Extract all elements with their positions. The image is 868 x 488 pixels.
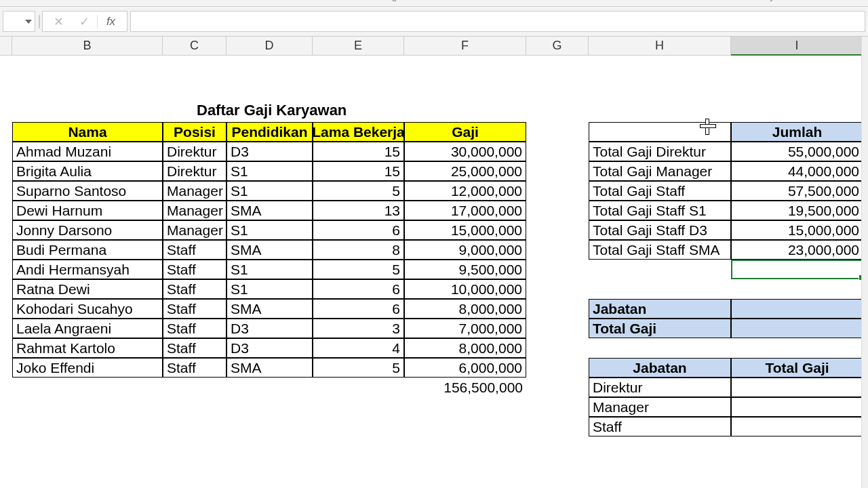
col-header-H[interactable]: H xyxy=(589,37,731,55)
cell[interactable]: 9,000,000 xyxy=(404,240,526,260)
pivot-h-jabatan[interactable]: Jabatan xyxy=(589,299,731,319)
cell[interactable]: 15,000,000 xyxy=(404,220,526,240)
cell[interactable]: 6,000,000 xyxy=(404,358,526,378)
cell[interactable]: Total Gaji Manager xyxy=(589,161,731,181)
hdr-gaji[interactable]: Gaji xyxy=(404,122,526,142)
cell[interactable]: Manager xyxy=(163,201,226,220)
cell[interactable]: 8 xyxy=(313,240,404,260)
cell[interactable]: 5 xyxy=(313,260,404,279)
cell[interactable]: 4 xyxy=(313,338,404,358)
col-header-C[interactable]: C xyxy=(163,37,226,55)
cell[interactable]: 5 xyxy=(313,181,404,201)
cancel-button[interactable]: ✕ xyxy=(45,14,71,29)
cell[interactable]: 15 xyxy=(313,142,404,161)
cell[interactable]: 6 xyxy=(313,279,404,299)
cell[interactable]: Ahmad Muzani xyxy=(12,142,163,161)
cell[interactable]: Direktur xyxy=(163,142,226,161)
cell[interactable]: Total Gaji Staff S1 xyxy=(589,201,731,220)
cell[interactable] xyxy=(731,397,863,417)
cell[interactable]: SMA xyxy=(226,240,313,260)
cell[interactable]: Brigita Aulia xyxy=(12,161,163,181)
cell[interactable]: Jonny Darsono xyxy=(12,220,163,240)
cell[interactable]: 8,000,000 xyxy=(404,338,526,358)
hdr-posisi[interactable]: Posisi xyxy=(163,122,226,142)
pv-hdr-jabatan[interactable]: Jabatan xyxy=(589,358,731,378)
cell[interactable]: Staff xyxy=(589,417,731,436)
formula-input[interactable] xyxy=(130,11,865,32)
cell[interactable]: S1 xyxy=(226,161,313,181)
cell[interactable]: Manager xyxy=(163,220,226,240)
cell[interactable]: Total Gaji Staff xyxy=(589,181,731,201)
cell[interactable]: 44,000,000 xyxy=(731,161,863,181)
sum-hdr-blank[interactable] xyxy=(589,122,731,142)
cell[interactable]: 5 xyxy=(313,358,404,378)
cell[interactable]: 6 xyxy=(313,299,404,319)
cell[interactable]: Dewi Harnum xyxy=(12,201,163,220)
col-header-G[interactable]: G xyxy=(526,37,589,55)
cell[interactable]: Manager xyxy=(589,397,731,417)
enter-button[interactable]: ✓ xyxy=(71,14,97,29)
cell[interactable]: Manager xyxy=(163,181,226,201)
name-box[interactable] xyxy=(3,11,35,32)
fx-icon[interactable]: fx xyxy=(97,15,124,28)
cell[interactable]: Staff xyxy=(163,240,226,260)
cell[interactable]: 12,000,000 xyxy=(404,181,526,201)
col-header-I[interactable]: I xyxy=(731,37,863,55)
cell[interactable]: Andi Hermansyah xyxy=(12,260,163,279)
hdr-nama[interactable]: Nama xyxy=(12,122,163,142)
col-header-F[interactable]: F xyxy=(404,37,526,55)
cell[interactable]: SMA xyxy=(226,201,313,220)
cell[interactable]: Laela Angraeni xyxy=(12,319,163,338)
cell[interactable]: S1 xyxy=(226,220,313,240)
cell[interactable]: Kohodari Sucahyo xyxy=(12,299,163,319)
total-gaji[interactable]: 156,500,000 xyxy=(404,378,526,397)
cell[interactable]: 17,000,000 xyxy=(404,201,526,220)
cell[interactable]: Direktur xyxy=(163,161,226,181)
cell[interactable]: 57,500,000 xyxy=(731,181,863,201)
col-header-B[interactable]: B xyxy=(12,37,163,55)
cell[interactable]: 15,000,000 xyxy=(731,220,863,240)
cell[interactable]: SMA xyxy=(226,299,313,319)
pivot-h-totalgaji-val[interactable] xyxy=(731,319,863,338)
cell[interactable]: S1 xyxy=(226,260,313,279)
spreadsheet-area[interactable]: B C D E F G H I Daftar Gaji Karyawan Nam… xyxy=(0,37,868,488)
cell[interactable]: 25,000,000 xyxy=(404,161,526,181)
col-header-E[interactable]: E xyxy=(313,37,404,55)
cell[interactable]: Direktur xyxy=(589,378,731,397)
cell[interactable]: S1 xyxy=(226,279,313,299)
cell[interactable]: D3 xyxy=(226,319,313,338)
pv-hdr-total[interactable]: Total Gaji xyxy=(731,358,863,378)
cell[interactable]: 13 xyxy=(313,201,404,220)
cell[interactable]: Staff xyxy=(163,260,226,279)
cell[interactable]: 30,000,000 xyxy=(404,142,526,161)
pivot-h-totalgaji[interactable]: Total Gaji xyxy=(589,319,731,338)
cell[interactable]: Rahmat Kartolo xyxy=(12,338,163,358)
cell[interactable]: Staff xyxy=(163,319,226,338)
cell[interactable]: Suparno Santoso xyxy=(12,181,163,201)
cell[interactable]: 8,000,000 xyxy=(404,299,526,319)
cell[interactable] xyxy=(731,417,863,436)
col-header-A[interactable] xyxy=(0,37,12,55)
cell[interactable]: SMA xyxy=(226,358,313,378)
cell[interactable]: Total Gaji Direktur xyxy=(589,142,731,161)
pivot-h-jabatan-val[interactable] xyxy=(731,299,863,319)
cell[interactable]: 10,000,000 xyxy=(404,279,526,299)
cell[interactable]: Budi Permana xyxy=(12,240,163,260)
cell[interactable]: Staff xyxy=(163,358,226,378)
vertical-scrollbar[interactable] xyxy=(861,37,868,488)
cell[interactable]: 55,000,000 xyxy=(731,142,863,161)
cell[interactable]: 3 xyxy=(313,319,404,338)
cell[interactable] xyxy=(731,378,863,397)
cell[interactable]: Total Gaji Staff D3 xyxy=(589,220,731,240)
cell[interactable]: 15 xyxy=(313,161,404,181)
cell[interactable]: Joko Effendi xyxy=(12,358,163,378)
cell[interactable]: Ratna Dewi xyxy=(12,279,163,299)
cell[interactable]: 7,000,000 xyxy=(404,319,526,338)
cell[interactable]: 6 xyxy=(313,220,404,240)
cell[interactable]: Staff xyxy=(163,338,226,358)
hdr-lama[interactable]: Lama Bekerja xyxy=(313,122,404,142)
cell[interactable]: D3 xyxy=(226,338,313,358)
hdr-pendidikan[interactable]: Pendidikan xyxy=(226,122,313,142)
cell[interactable]: Total Gaji Staff SMA xyxy=(589,240,731,260)
cell[interactable]: Staff xyxy=(163,299,226,319)
